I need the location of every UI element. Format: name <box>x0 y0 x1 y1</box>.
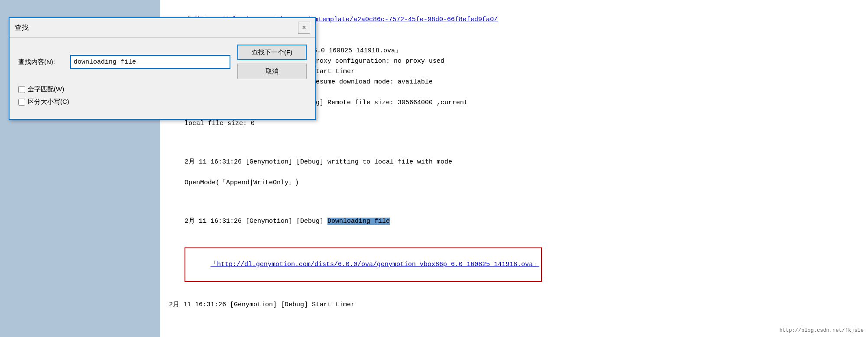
search-row: 查找内容(N): 查找下一个(F) 取消 <box>18 45 307 79</box>
log-line-9: 2月 11 16:31:26 [Genymotion] [Debug] Down… <box>169 206 859 237</box>
dialog-close-button[interactable]: × <box>298 22 310 34</box>
cancel-button[interactable]: 取消 <box>237 64 307 79</box>
watermark: http://blog.csdn.net/fkjsle <box>780 327 864 334</box>
log-line-8: 2月 11 16:31:26 [Genymotion] [Debug] writ… <box>169 147 859 199</box>
highlight-downloading-file: Downloading file <box>327 218 390 225</box>
case-sensitive-label: 区分大小写(C) <box>28 98 69 106</box>
log-line-11: 2月 11 16:31:26 [Genymotion] [Debug] Star… <box>169 300 859 310</box>
search-label: 查找内容(N): <box>18 58 70 66</box>
whole-word-row: 全字匹配(W) <box>18 85 307 93</box>
dialog-buttons: 查找下一个(F) 取消 <box>237 45 307 79</box>
case-sensitive-row: 区分大小写(C) <box>18 98 307 106</box>
dialog-titlebar: 查找 × <box>10 18 315 38</box>
dialog-body: 查找内容(N): 查找下一个(F) 取消 全字匹配(W) 区分大小写(C) <box>10 38 315 119</box>
search-input[interactable] <box>70 55 230 69</box>
search-dialog: 查找 × 查找内容(N): 查找下一个(F) 取消 全字匹配(W) 区分大小写(… <box>9 17 316 120</box>
red-box-link: 「http://dl.genymotion.com/dists/6.0.0/ov… <box>185 247 542 282</box>
log-line-10: 「http://dl.genymotion.com/dists/6.0.0/ov… <box>169 237 859 292</box>
whole-word-checkbox[interactable] <box>18 86 25 93</box>
log-link-2[interactable]: 「http://dl.genymotion.com/dists/6.0.0/ov… <box>211 261 539 268</box>
case-sensitive-checkbox[interactable] <box>18 99 25 106</box>
find-next-button[interactable]: 查找下一个(F) <box>237 45 307 60</box>
dialog-title: 查找 <box>15 23 29 32</box>
checkbox-section: 全字匹配(W) 区分大小写(C) <box>18 85 307 106</box>
whole-word-label: 全字匹配(W) <box>28 85 64 93</box>
